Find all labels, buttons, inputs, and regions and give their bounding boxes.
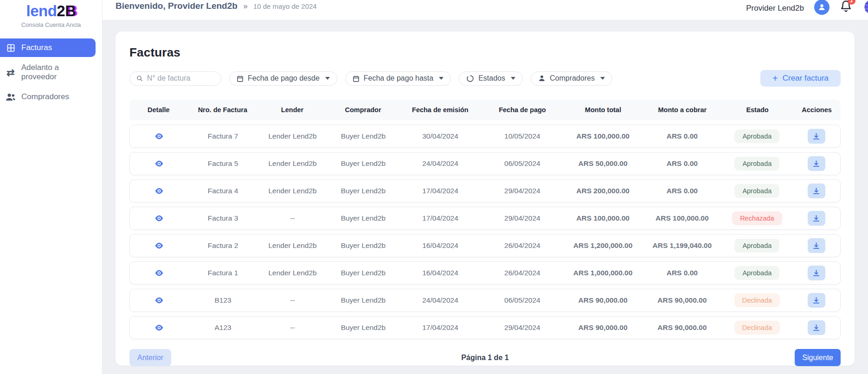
download-button[interactable]	[808, 156, 825, 171]
column-header: Monto total	[563, 106, 643, 114]
buyer-cell: Buyer Lend2b	[328, 269, 399, 277]
sidebar-item-compradores[interactable]: Compradores	[0, 88, 96, 106]
actions-cell	[792, 129, 840, 144]
table-row: A123 -- Buyer Lend2b 17/04/2024 29/04/20…	[129, 316, 841, 339]
previous-page-button[interactable]: Anterior	[129, 349, 171, 366]
search-input[interactable]	[147, 74, 214, 82]
logo-text-2: 2	[57, 2, 65, 19]
language-globe-button[interactable]	[864, 0, 868, 15]
date-from-filter[interactable]: Fecha de pago desde	[229, 71, 337, 86]
download-button[interactable]	[808, 184, 825, 198]
pagination: Anterior Página 1 de 1 Siguiente	[129, 349, 841, 366]
column-header: Comprador	[327, 106, 399, 114]
brand-logo: lend2B Consola Cuenta Ancla	[0, 0, 102, 28]
date-to-label: Fecha de pago hasta	[364, 74, 433, 82]
status-cell: Aprobada	[721, 157, 792, 171]
page-title: Facturas	[129, 45, 841, 60]
view-detail-button[interactable]	[130, 324, 188, 331]
table-row: Factura 2 Lender Lend2b Buyer Lend2b 16/…	[129, 234, 841, 257]
sidebar-item-adelanto[interactable]: ⇄ Adelanto a proveedor	[0, 63, 96, 82]
plus-icon: +	[772, 73, 778, 84]
breadcrumb: Bienvenido, Provider Lend2b » 10 de mayo…	[116, 0, 317, 11]
download-icon	[812, 215, 820, 222]
view-detail-button[interactable]	[130, 297, 188, 304]
lender-cell: Lender Lend2b	[258, 269, 328, 277]
globe-icon	[864, 0, 868, 15]
receivable-amount-cell: ARS 90,000.00	[643, 296, 721, 304]
status-cell: Aprobada	[721, 239, 792, 253]
receivable-amount-cell: ARS 100,000.00	[643, 214, 721, 222]
eye-icon	[155, 297, 163, 304]
download-icon	[812, 160, 820, 168]
download-button[interactable]	[808, 211, 825, 226]
user-avatar[interactable]	[814, 0, 829, 15]
payment-date-cell: 29/04/2024	[482, 214, 563, 222]
table-row: Factura 3 -- Buyer Lend2b 17/04/2024 29/…	[129, 207, 841, 230]
buyers-filter[interactable]: Compradores	[531, 71, 612, 86]
view-detail-button[interactable]	[130, 242, 188, 249]
create-invoice-label: Crear factura	[783, 74, 829, 83]
app-window: lend2B Consola Cuenta Ancla Facturas ⇄ A…	[0, 0, 868, 374]
sidebar-item-label: Facturas	[21, 43, 52, 52]
status-cell: Aprobada	[721, 184, 792, 198]
payment-date-cell: 10/05/2024	[482, 132, 563, 140]
table-row: Factura 4 Lender Lend2b Buyer Lend2b 17/…	[129, 179, 841, 203]
lender-cell: Lender Lend2b	[258, 241, 328, 250]
invoice-search[interactable]	[129, 71, 221, 86]
download-button[interactable]	[808, 320, 825, 335]
invoice-number-cell: Factura 5	[188, 159, 258, 168]
receivable-amount-cell: ARS 0.00	[643, 132, 721, 140]
total-amount-cell: ARS 90,000.00	[563, 323, 643, 332]
status-badge: Rechazada	[732, 211, 782, 225]
download-button[interactable]	[808, 266, 825, 280]
top-bar: Bienvenido, Provider Lend2b » 10 de mayo…	[103, 0, 868, 20]
table-row: Factura 5 Lender Lend2b Buyer Lend2b 24/…	[129, 152, 841, 175]
download-icon	[812, 242, 820, 250]
view-detail-button[interactable]	[130, 215, 188, 222]
view-detail-button[interactable]	[130, 160, 188, 167]
buyer-cell: Buyer Lend2b	[328, 214, 399, 222]
sidebar-item-facturas[interactable]: Facturas	[0, 38, 96, 57]
transfer-icon: ⇄	[6, 67, 16, 77]
download-icon	[812, 297, 820, 304]
sidebar: lend2B Consola Cuenta Ancla Facturas ⇄ A…	[0, 0, 103, 374]
states-filter[interactable]: Estados	[459, 71, 523, 86]
date-from-label: Fecha de pago desde	[248, 74, 320, 82]
table-row: Factura 1 Lender Lend2b Buyer Lend2b 16/…	[129, 261, 841, 285]
next-page-button[interactable]: Siguiente	[795, 349, 841, 366]
buyer-cell: Buyer Lend2b	[328, 132, 399, 140]
column-header: Monto a cobrar	[643, 106, 722, 114]
column-header: Fecha de pago	[482, 106, 563, 114]
view-detail-button[interactable]	[130, 188, 188, 194]
download-button[interactable]	[808, 293, 825, 308]
issue-date-cell: 30/04/2024	[399, 132, 482, 140]
actions-cell	[792, 320, 840, 335]
download-icon	[812, 187, 820, 195]
download-icon	[812, 133, 820, 140]
download-button[interactable]	[808, 238, 825, 253]
column-header: Fecha de emisión	[399, 106, 482, 114]
status-badge: Aprobada	[734, 129, 779, 143]
create-invoice-button[interactable]: + Crear factura	[760, 70, 841, 87]
chevron-down-icon	[600, 77, 605, 80]
view-detail-button[interactable]	[130, 133, 188, 139]
payment-date-cell: 26/04/2024	[482, 269, 563, 277]
issue-date-cell: 17/04/2024	[399, 323, 482, 332]
receivable-amount-cell: ARS 0.00	[643, 269, 721, 277]
invoice-number-cell: Factura 7	[188, 132, 258, 140]
lender-cell: Lender Lend2b	[258, 187, 328, 195]
download-button[interactable]	[808, 129, 825, 144]
invoice-number-cell: A123	[188, 323, 258, 332]
total-amount-cell: ARS 1,200,000.00	[563, 241, 643, 250]
notifications-button[interactable]: 2	[840, 0, 854, 14]
chevron-down-icon	[439, 77, 444, 80]
filters-bar: Fecha de pago desde Fecha de pago hasta	[129, 70, 841, 87]
buyer-cell: Buyer Lend2b	[328, 187, 399, 195]
status-badge: Aprobada	[734, 157, 779, 171]
download-icon	[812, 269, 820, 277]
date-to-filter[interactable]: Fecha de pago hasta	[345, 71, 451, 86]
status-badge: Aprobada	[734, 266, 779, 280]
view-detail-button[interactable]	[130, 270, 188, 276]
invoice-number-cell: Factura 3	[188, 214, 258, 222]
status-badge: Aprobada	[734, 239, 779, 253]
